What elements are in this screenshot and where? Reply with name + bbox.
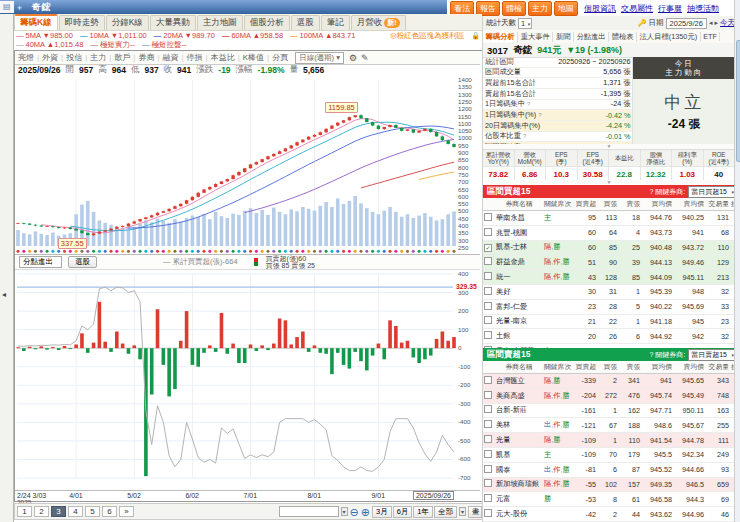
indicator-dropdown[interactable]: 分點進出 <box>19 256 62 268</box>
analysis-tab-分點進出[interactable]: 分點進出 <box>574 32 609 42</box>
page-button-1[interactable]: 1 <box>17 506 32 517</box>
tab-個股分析[interactable]: 個股分析 <box>244 15 290 30</box>
tab-分鐘K線[interactable]: 分鐘K線 <box>106 15 149 30</box>
chart-toggle-融資[interactable]: 融資 <box>159 52 181 63</box>
row-checkbox[interactable] <box>484 391 492 399</box>
scrollbar-thumb[interactable] <box>736 40 740 162</box>
row-checkbox[interactable] <box>484 257 492 265</box>
row-checkbox[interactable] <box>484 316 492 324</box>
row-checkbox[interactable] <box>484 228 492 236</box>
range-button-6月[interactable]: 6月 <box>393 506 413 518</box>
date-input[interactable]: 2025/9/26 <box>666 18 707 29</box>
chart-toggle-主力[interactable]: 主力 <box>87 52 109 63</box>
chart-toggle-分頁[interactable]: 分頁 <box>269 52 291 63</box>
next-day-icon[interactable]: ▸ <box>714 19 718 27</box>
gear-icon[interactable]: ⚙ <box>349 53 357 63</box>
broker-row-台新-新莊[interactable]: 台新-新莊-1611162947.71950.11163128 <box>483 403 735 418</box>
analysis-tab-新聞[interactable]: 新聞 <box>553 32 574 42</box>
help-icon[interactable]: ? <box>523 133 526 139</box>
top-link-行事曆[interactable]: 行事曆 <box>658 3 682 14</box>
page-button-2[interactable]: 2 <box>34 506 49 517</box>
chart-toggle-散戶[interactable]: 散戶 <box>111 52 133 63</box>
broker-row-台灣匯立[interactable]: 台灣匯立隔,勝-3392341941945.65343159 <box>483 374 735 389</box>
broker-row-美好[interactable]: 美好30311945.3994832-15 <box>483 284 735 299</box>
window-menu-icon[interactable]: ▤ <box>0 1 14 13</box>
top-button-體檢[interactable]: 體檢 <box>502 1 526 16</box>
prev-day-icon[interactable]: ◂ <box>709 19 713 27</box>
analysis-tab-體檢表[interactable]: 體檢表 <box>609 32 637 42</box>
chart-toggle-券商[interactable]: 券商 <box>135 52 157 63</box>
sell-key-broker-select[interactable]: 當日賣超15 <box>688 349 735 361</box>
main-scrollbar[interactable] <box>734 0 740 522</box>
broker-row-兆豐-桃園[interactable]: 兆豐-桃園60644943.7394168-18 <box>483 225 735 240</box>
tab-月營收[interactable]: 月營收新! <box>351 15 406 30</box>
row-checkbox[interactable] <box>484 450 492 458</box>
chart-toggle-停損[interactable]: 停損 <box>184 52 206 63</box>
row-checkbox[interactable] <box>484 405 492 413</box>
analysis-tab-籌碼分析[interactable]: 籌碼分析 <box>483 32 518 42</box>
broker-row-華南永昌[interactable]: 華南永昌主9511318944.76940.25131-51 <box>483 211 735 226</box>
row-checkbox[interactable] <box>484 331 492 339</box>
stock-filter-button[interactable]: 選股 <box>68 256 97 268</box>
row-checkbox[interactable] <box>484 465 492 473</box>
broker-row-群益金鼎[interactable]: 群益金鼎隔,作,勝519039944.13949.46129-34 <box>483 255 735 270</box>
broker-row-元大-股份[interactable]: 元大-股份-42244943.62944.964612 <box>483 507 735 522</box>
broker-row-元富[interactable]: 元富勝-53861946.58944.36929 <box>483 492 735 507</box>
row-checkbox[interactable] <box>484 420 492 428</box>
page-button-3[interactable]: 3 <box>51 506 66 517</box>
row-checkbox[interactable] <box>484 302 492 310</box>
range-button-1年[interactable]: 1年 <box>413 506 433 518</box>
tab-筆記[interactable]: 筆記 <box>321 15 350 30</box>
today-link[interactable]: 今天 <box>720 18 735 28</box>
row-checkbox[interactable] <box>484 272 492 280</box>
range-button-3月[interactable]: 3月 <box>372 506 392 518</box>
tab-主力地圖[interactable]: 主力地圖 <box>197 15 243 30</box>
top-link-交易屬性[interactable]: 交易屬性 <box>621 3 653 14</box>
pencil-icon[interactable]: ✎ <box>361 53 369 63</box>
zoom-out-icon[interactable]: ⊖ <box>350 507 359 517</box>
chart-toggle-外資[interactable]: 外資 <box>39 52 61 63</box>
broker-row-美商高盛[interactable]: 美商高盛隔,作,勝-204272476945.74945.49748130 <box>483 388 735 403</box>
add-tab-icon[interactable]: ＋ <box>16 2 24 13</box>
chart-toggle-亮燈[interactable]: 亮燈 <box>15 52 37 63</box>
chart-toggle-投信[interactable]: 投信 <box>63 52 85 63</box>
page-button-6[interactable]: 6 <box>102 506 117 517</box>
range-more-icon[interactable]: ▾ <box>459 507 466 516</box>
row-checkbox[interactable] <box>484 213 492 221</box>
collapse-panel-arrow-icon[interactable]: ◂ <box>2 290 6 299</box>
broker-row-光量[interactable]: 光量隔,勝-1091110941.54944.781114 <box>483 433 735 448</box>
row-checkbox[interactable] <box>484 376 492 384</box>
range-button-全部[interactable]: 全部 <box>434 506 457 518</box>
analysis-tab-法人目標(1350元)[interactable]: 法人目標(1350元) <box>637 32 701 42</box>
top-button-主力[interactable]: 主力 <box>528 1 552 16</box>
row-checkbox[interactable] <box>484 435 492 443</box>
tab-選股[interactable]: 選股 <box>291 15 320 30</box>
broker-row-凱基-士林[interactable]: ✓凱基-士林隔,勝608525940.48943.721108 <box>483 240 735 255</box>
analysis-tab-ETF[interactable]: ETF <box>701 32 721 41</box>
jump-dropdown-icon[interactable]: ▾ <box>341 507 348 516</box>
analysis-tab-重大事件[interactable]: 重大事件 <box>518 32 553 42</box>
page-button-5[interactable]: 5 <box>85 506 100 517</box>
jump-input[interactable] <box>279 506 339 517</box>
row-checkbox[interactable] <box>484 494 492 502</box>
broker-row-統一[interactable]: 統一隔,作,勝4312885944.09945.112137 <box>483 270 735 285</box>
buy-key-broker-select[interactable]: 當日買超15 <box>688 186 735 198</box>
help-icon[interactable]: ? <box>538 112 541 118</box>
row-checkbox[interactable]: ✓ <box>484 244 492 252</box>
help-icon[interactable]: ? <box>527 101 530 107</box>
tab-大量異動[interactable]: 大量異動 <box>150 15 196 30</box>
broker-row-國泰[interactable]: 國泰出,作,勝-81687945.52944.669332 <box>483 462 735 477</box>
tab-籌碼K線[interactable]: 籌碼K線 <box>14 14 58 30</box>
stat-days-select[interactable]: 1 <box>518 18 532 29</box>
broker-row-富邦-仁愛[interactable]: 富邦-仁愛23285940.22945.6933-57 <box>483 299 735 314</box>
broker-row-光量-南京[interactable]: 光量-南京21221941.189452346 <box>483 314 735 329</box>
chart-toggle-K棒值[interactable]: K棒值 <box>240 52 267 63</box>
broker-row-土銀[interactable]: 土銀20266944.9294232-32 <box>483 329 735 344</box>
period-dropdown[interactable]: 日線(週期) ▾ <box>295 52 344 64</box>
top-link-抽獎活動[interactable]: 抽獎活動 <box>687 3 719 14</box>
broker-row-美林[interactable]: 美林出,作,勝-12167188948.6945.6725570 <box>483 418 735 433</box>
page-button-4[interactable]: 4 <box>68 506 83 517</box>
tab-即時走勢[interactable]: 即時走勢 <box>59 15 105 30</box>
row-checkbox[interactable] <box>484 287 492 295</box>
zoom-in-icon[interactable]: ⊕ <box>361 507 370 517</box>
